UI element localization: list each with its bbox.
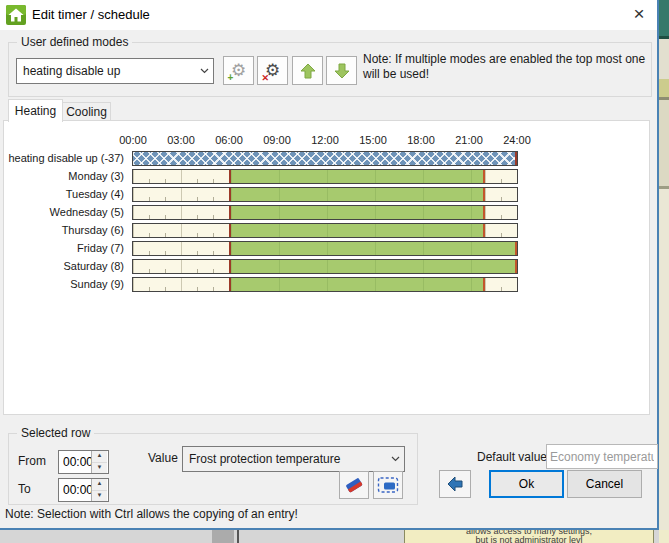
erase-button[interactable] xyxy=(339,471,369,499)
to-spin-down-icon[interactable]: ▼ xyxy=(92,490,107,502)
from-label: From xyxy=(18,454,46,468)
schedule-row-bar[interactable] xyxy=(132,223,518,238)
footer-note: Note: Selection with Ctrl allows the cop… xyxy=(5,507,298,521)
from-spin-down-icon[interactable]: ▼ xyxy=(92,462,107,474)
move-down-button[interactable] xyxy=(326,56,357,85)
gear-add-icon: ⚙ + xyxy=(229,61,249,81)
arrow-down-icon xyxy=(334,63,350,79)
schedule-row-bar[interactable] xyxy=(132,277,518,292)
background-bottom-strip: allows access to many settings, but is n… xyxy=(0,530,659,543)
modes-note: Note: If multiple modes are enabled the … xyxy=(363,52,659,82)
value-select-value: Frost protection temperature xyxy=(183,452,386,466)
segment-inactive[interactable] xyxy=(133,206,229,219)
copy-selection-button[interactable] xyxy=(373,471,403,499)
schedule-rows: heating disable up (-37)Monday (3)Tuesda… xyxy=(0,151,650,295)
segment-inactive[interactable] xyxy=(485,206,517,219)
move-up-button[interactable] xyxy=(292,56,323,85)
schedule: 00:0003:0006:0009:0012:0015:0018:0021:00… xyxy=(0,130,650,400)
modes-group-label: User defined modes xyxy=(17,35,132,49)
axis-tick-label: 09:00 xyxy=(263,134,291,146)
schedule-row: Saturday (8) xyxy=(0,259,650,274)
home-icon xyxy=(6,5,26,25)
segment-inactive[interactable] xyxy=(133,242,229,255)
schedule-row-label: Thursday (6) xyxy=(0,223,124,238)
axis-tick-label: 06:00 xyxy=(215,134,243,146)
segment-active[interactable] xyxy=(229,242,517,255)
mode-select[interactable]: heating disable up xyxy=(16,58,214,84)
schedule-row: Sunday (9) xyxy=(0,277,650,292)
background-strip-segment xyxy=(659,100,669,186)
segment-inactive[interactable] xyxy=(133,260,229,273)
schedule-row-bar[interactable] xyxy=(132,169,518,184)
background-strip-segment xyxy=(659,0,669,36)
default-value-input[interactable] xyxy=(546,444,658,469)
segment-active[interactable] xyxy=(229,260,517,273)
segment-inactive[interactable] xyxy=(485,278,517,291)
schedule-row-label: Wednesday (5) xyxy=(0,205,124,220)
to-spin-up-icon[interactable]: ▲ xyxy=(92,479,107,490)
schedule-row: Wednesday (5) xyxy=(0,205,650,220)
schedule-row-bar[interactable] xyxy=(132,241,518,256)
schedule-row: Monday (3) xyxy=(0,169,650,184)
segment-inactive[interactable] xyxy=(133,224,229,237)
segment-mode[interactable] xyxy=(133,152,517,165)
segment-active[interactable] xyxy=(229,206,485,219)
tab-cooling[interactable]: Cooling xyxy=(62,102,111,122)
screen: allows access to many settings, but is n… xyxy=(0,0,669,543)
background-strip-segment xyxy=(659,530,669,543)
value-select[interactable]: Frost protection temperature xyxy=(182,446,405,472)
axis-tick-label: 24:00 xyxy=(503,134,531,146)
close-icon[interactable]: × xyxy=(622,0,656,30)
axis-tick-label: 03:00 xyxy=(167,134,195,146)
segment-active[interactable] xyxy=(229,224,485,237)
cancel-button[interactable]: Cancel xyxy=(567,470,642,498)
schedule-row-label: heating disable up (-37) xyxy=(0,151,124,166)
segment-inactive[interactable] xyxy=(485,224,517,237)
schedule-row-bar[interactable] xyxy=(132,187,518,202)
modes-group: User defined modes heating disable up ⚙ … xyxy=(8,42,652,97)
to-input[interactable] xyxy=(59,479,91,501)
mode-select-value: heating disable up xyxy=(17,64,195,78)
segment-inactive[interactable] xyxy=(485,188,517,201)
background-text-line2: but is not administrator levl xyxy=(405,536,653,543)
segment-active[interactable] xyxy=(229,278,485,291)
chevron-down-icon xyxy=(386,456,404,462)
schedule-row-bar[interactable] xyxy=(132,151,518,166)
window-title: Edit timer / schedule xyxy=(32,0,150,30)
axis-tick-label: 21:00 xyxy=(455,134,483,146)
background-right-strip xyxy=(659,0,669,543)
from-spin-up-icon[interactable]: ▲ xyxy=(92,451,107,462)
back-button[interactable] xyxy=(439,470,471,498)
axis-tick-label: 18:00 xyxy=(407,134,435,146)
to-spinner: ▲ ▼ xyxy=(58,478,109,502)
schedule-row-label: Monday (3) xyxy=(0,169,124,184)
schedule-row-label: Friday (7) xyxy=(0,241,124,256)
segment-inactive[interactable] xyxy=(133,278,229,291)
back-arrow-icon xyxy=(446,476,464,492)
remove-mode-button[interactable]: ⚙ ✕ xyxy=(257,56,288,85)
background-strip-segment xyxy=(659,189,669,530)
tab-heating[interactable]: Heating xyxy=(8,99,63,122)
schedule-row-bar[interactable] xyxy=(132,205,518,220)
segment-active[interactable] xyxy=(229,170,485,183)
chevron-down-icon xyxy=(195,68,213,74)
background-divider xyxy=(237,530,239,543)
ok-button[interactable]: Ok xyxy=(489,470,564,498)
edit-timer-dialog: Edit timer / schedule × User defined mod… xyxy=(0,0,659,530)
schedule-row: heating disable up (-37) xyxy=(0,151,650,166)
title-bar[interactable]: Edit timer / schedule × xyxy=(0,0,657,30)
background-strip-segment xyxy=(659,39,669,79)
schedule-row-label: Tuesday (4) xyxy=(0,187,124,202)
segment-active[interactable] xyxy=(229,188,485,201)
selected-row-group-label: Selected row xyxy=(17,426,94,440)
segment-inactive[interactable] xyxy=(485,170,517,183)
segment-inactive[interactable] xyxy=(133,188,229,201)
schedule-row-bar[interactable] xyxy=(132,259,518,274)
add-mode-button[interactable]: ⚙ + xyxy=(223,56,254,85)
copy-selection-icon xyxy=(377,476,399,494)
segment-inactive[interactable] xyxy=(133,170,229,183)
schedule-row-label: Sunday (9) xyxy=(0,277,124,292)
background-window-text: allows access to many settings, but is n… xyxy=(404,530,654,543)
from-input[interactable] xyxy=(59,451,91,473)
eraser-icon xyxy=(344,476,364,494)
